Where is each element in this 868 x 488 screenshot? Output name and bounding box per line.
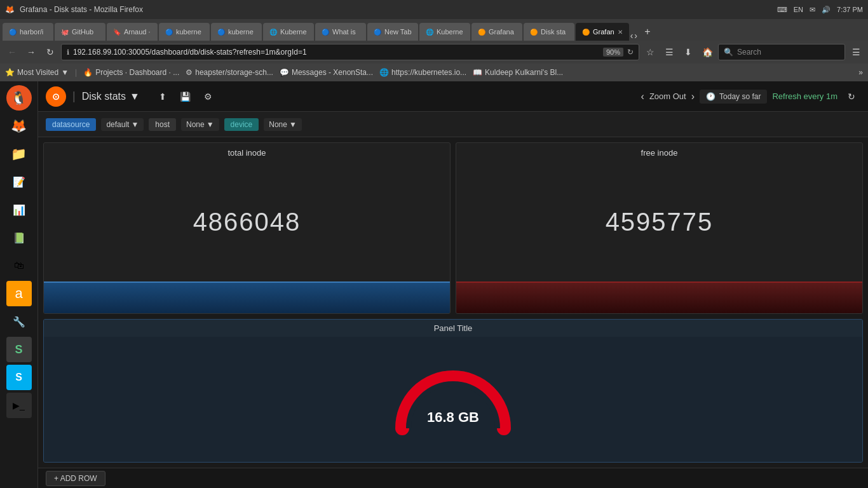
bookmark-star-button[interactable]: ☆ [642, 44, 658, 60]
tab-icon-kube1: 🔵 [165, 29, 173, 36]
tab-label-arnaud: Arnaud · [124, 28, 151, 36]
settings-button[interactable]: ⚙ [200, 88, 217, 105]
filter-none-host-dropdown[interactable]: None ▼ [181, 118, 219, 131]
tab-icon-kube3: 🌐 [269, 29, 277, 36]
share-button[interactable]: ⬆ [154, 88, 172, 105]
save-icon: 💾 [180, 92, 191, 102]
tab-disksta[interactable]: 🟠 Disk sta [524, 23, 574, 41]
sidebar-icon-calc[interactable]: 📗 [6, 225, 32, 250]
filter-default-dropdown[interactable]: default ▼ [101, 118, 144, 131]
zoom-out-right[interactable]: › [691, 91, 695, 102]
tab-newtab[interactable]: 🔵 New Tab [367, 23, 418, 41]
tab-kube3[interactable]: 🌐 Kuberne [263, 23, 314, 41]
main-layout: 🐧 🦊 📁 📝 📊 📗 🛍 a 🔧 S S ▶_ ⊙ | Disk stats … [0, 81, 868, 488]
bookmark-kubernetes[interactable]: 🌐 https://kubernetes.io... [379, 68, 466, 77]
refresh-button[interactable]: ↻ [843, 88, 860, 105]
bookmark-projects-dashboard[interactable]: 🔥 Projects · Dashboard · ... [83, 68, 179, 77]
tab-scroll-right[interactable]: › [634, 30, 637, 41]
browser-icon: 🦊 [5, 5, 15, 14]
tab-github[interactable]: 🐙 GitHub [55, 23, 105, 41]
gear-icon: ⚙ [204, 92, 212, 102]
address-bar[interactable]: ℹ 192.168.99.100:30005/dashboard/db/disk… [61, 44, 639, 60]
sidebar-icon-settings[interactable]: 🔧 [6, 309, 32, 334]
bookmark-heapster[interactable]: ⚙ heapster/storage-sch... [186, 68, 273, 77]
zoom-out-label: Zoom Out [649, 92, 686, 101]
tab-harbor[interactable]: 🔵 harbor/i [3, 23, 53, 41]
nav-right-icons: ☆ ☰ ⬇ 🏠 [642, 44, 715, 60]
tab-kube4[interactable]: 🌐 Kuberne [419, 23, 470, 41]
panel-free-inode: free inode 4595775 [456, 142, 863, 314]
sidebar-icon-ubuntu[interactable]: 🐧 [6, 85, 32, 111]
tab-kube1[interactable]: 🔵 kuberne [159, 23, 210, 41]
tab-label-kube4: Kuberne [437, 28, 463, 36]
sidebar-icon-skype[interactable]: S [6, 365, 32, 390]
filter-none-device-dropdown[interactable]: None ▼ [264, 118, 302, 131]
toolbar-divider: | [72, 90, 76, 103]
reload-button[interactable]: ↻ [42, 44, 58, 60]
save-button[interactable]: 💾 [177, 88, 194, 105]
more-bookmarks[interactable]: » [858, 68, 863, 77]
tab-kube2[interactable]: 🔵 kuberne [211, 23, 262, 41]
projects-label: Projects · Dashboard · ... [95, 68, 179, 77]
gauge-svg: 16.8 GB [390, 358, 517, 441]
sidebar-icon-files[interactable]: 📁 [6, 141, 32, 166]
bookmark-kuldeep[interactable]: 📖 Kuldeep Kulkarni's Bl... [473, 68, 563, 77]
tab-whatis[interactable]: 🔵 What is [315, 23, 366, 41]
back-button[interactable]: ← [4, 44, 20, 60]
tab-grafana1[interactable]: 🟠 Grafana [471, 23, 522, 41]
panel-title-header: Panel Title [44, 320, 862, 337]
filter-host[interactable]: host [149, 118, 176, 131]
new-tab-button[interactable]: + [639, 23, 656, 41]
tab-icon-grafana1: 🟠 [478, 29, 485, 36]
time-range-picker[interactable]: 🕐 Today so far [700, 90, 767, 104]
most-visited-icon: ⭐ [5, 68, 15, 77]
filter-device[interactable]: device [224, 118, 259, 131]
address-text: 192.168.99.100:30005/dashboard/db/disk-s… [73, 48, 599, 57]
tab-icon-whatis: 🔵 [322, 29, 329, 36]
bookmark-messages[interactable]: 💬 Messages - XenonSta... [280, 68, 373, 77]
tab-label-disksta: Disk sta [541, 28, 566, 36]
filter-datasource[interactable]: datasource [46, 118, 96, 131]
reload-icon[interactable]: ↻ [627, 48, 634, 57]
tab-arnaud[interactable]: 🔖 Arnaud · [107, 23, 158, 41]
kubernetes-label: https://kubernetes.io... [391, 68, 466, 77]
row-panel-title: Panel Title 16. [43, 319, 863, 463]
tab-scroll-left[interactable]: ‹ [630, 30, 634, 41]
tab-navigation: ‹ › [630, 30, 637, 41]
sidebar-icon-text-editor[interactable]: S [6, 337, 32, 362]
panel-free-inode-title: free inode [641, 148, 678, 158]
add-row-button[interactable]: + ADD ROW [46, 471, 105, 486]
panel-total-inode-chart [44, 281, 450, 313]
sidebar-icon-terminal[interactable]: ▶_ [6, 393, 32, 418]
navbar: ← → ↻ ℹ 192.168.99.100:30005/dashboard/d… [0, 41, 868, 64]
sidebar-icon-writer[interactable]: 📝 [6, 169, 32, 194]
tab-label-grafana1: Grafana [489, 28, 514, 36]
home-button[interactable]: 🏠 [699, 44, 715, 60]
tab-close-grafana2[interactable]: ✕ [618, 29, 623, 36]
grafana-logo-text: ⊙ [52, 92, 60, 102]
sidebar-icon-impress[interactable]: 📊 [6, 197, 32, 222]
mail-icon: ✉ [810, 6, 815, 14]
download-button[interactable]: ⬇ [680, 44, 696, 60]
panel-free-inode-chart [456, 281, 862, 313]
zoom-level: 90% [603, 48, 623, 57]
bookmark-most-visited[interactable]: ⭐ Most Visited ▼ [5, 68, 69, 77]
forward-button[interactable]: → [23, 44, 39, 60]
search-placeholder: Search [737, 48, 761, 57]
refresh-label: Refresh every 1m [772, 92, 837, 101]
sidebar-icon-software-center[interactable]: 🛍 [6, 253, 32, 278]
filter-none-host-arrow: ▼ [207, 120, 214, 129]
menu-button[interactable]: ☰ [848, 44, 864, 60]
panel-title-text: Panel Title [434, 323, 473, 333]
tab-grafana2[interactable]: 🟠 Grafan ✕ [576, 23, 629, 41]
add-row-bar: + ADD ROW [38, 468, 868, 488]
search-bar[interactable]: 🔍 Search [718, 44, 845, 60]
sidebar-icon-amazon[interactable]: a [6, 281, 32, 306]
zoom-out-left[interactable]: ‹ [641, 91, 644, 102]
sidebar-icon-firefox[interactable]: 🦊 [6, 113, 32, 139]
dashboard-title-btn[interactable]: Disk stats ▼ [82, 91, 140, 102]
grafana-logo[interactable]: ⊙ [46, 86, 66, 107]
tab-label-newtab: New Tab [384, 28, 412, 36]
tab-label-kube2: kuberne [228, 28, 254, 36]
reader-view-button[interactable]: ☰ [661, 44, 677, 60]
